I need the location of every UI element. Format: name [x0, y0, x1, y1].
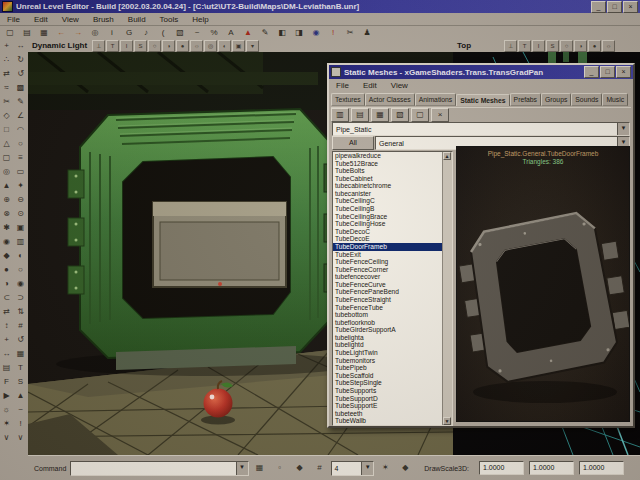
list-item[interactable]: TubeCeilingC	[333, 197, 443, 205]
add-movable-brush-icon[interactable]: ▣	[14, 221, 27, 235]
list-item[interactable]: TubeDecoC	[333, 228, 443, 236]
list-item[interactable]: TubeScaffold	[333, 372, 443, 380]
show-all-icon[interactable]: ◉	[14, 277, 27, 291]
scroll-down-icon[interactable]: ▼	[443, 417, 451, 425]
add-special-brush-icon[interactable]: ✱	[0, 221, 13, 235]
minimize-button[interactable]: _	[591, 1, 606, 13]
list-item[interactable]: TubeDecoE	[333, 235, 443, 243]
list-item[interactable]: tubebottom	[333, 311, 443, 319]
scroll-up-icon[interactable]: ▲	[443, 152, 451, 160]
add-brush-icon[interactable]: ⊕	[0, 193, 13, 207]
list-item[interactable]: tubelightd	[333, 341, 443, 349]
tab-animations[interactable]: Animations	[415, 93, 457, 106]
list-item[interactable]: tubeteeth	[333, 410, 443, 418]
tab-music[interactable]: Music	[602, 93, 628, 106]
list-item[interactable]: TubeFenceCeiling	[333, 258, 443, 266]
scale-brush-icon[interactable]: ↔	[14, 39, 27, 53]
maximize-viewport-icon[interactable]: ▣	[232, 40, 245, 52]
vertex-editing-icon[interactable]: ∴	[0, 53, 13, 67]
dock-browser-icon[interactable]: ▥	[331, 108, 349, 122]
menu-build[interactable]: Build	[121, 15, 153, 24]
menu-file[interactable]: File	[329, 81, 356, 90]
player-start-icon[interactable]: ♟	[359, 27, 375, 39]
list-item[interactable]: TubeCeilingHose	[333, 220, 443, 228]
build-lighting-icon[interactable]: ☼	[0, 403, 13, 417]
list-item[interactable]: tubefencecover	[333, 273, 443, 281]
show-fog-icon[interactable]: ◑	[162, 40, 175, 52]
minimize-button[interactable]: _	[584, 66, 599, 78]
vertex-pencil-icon[interactable]: ✎	[257, 27, 273, 39]
all-groups-button[interactable]: All	[332, 136, 374, 150]
new-item-icon[interactable]: ▢	[411, 108, 429, 122]
mirror-x-icon[interactable]: ⇄	[0, 305, 13, 319]
restore-button[interactable]: □	[600, 66, 615, 78]
reset-scale-icon[interactable]: ↔	[0, 347, 13, 361]
redo-icon[interactable]: →	[70, 27, 86, 39]
mesh-preview[interactable]: Pipe_Static.General.TubeDoorFrameb Trian…	[456, 146, 630, 422]
drawscale-field[interactable]: 1.0000	[529, 461, 574, 475]
render-zones-icon[interactable]: S	[546, 40, 559, 52]
add-antiportal-icon[interactable]: ◆	[0, 249, 13, 263]
list-scrollbar[interactable]: ▲ ▼	[442, 152, 452, 425]
sound-browser-icon[interactable]: (	[155, 27, 171, 39]
intersect-brush-icon[interactable]: ⊗	[0, 207, 13, 221]
tab-actor-classes[interactable]: Actor Classes	[365, 93, 415, 106]
vertex-snap-icon[interactable]: ▫	[273, 462, 287, 474]
list-item[interactable]: Tube512Brace	[333, 160, 443, 168]
render-textured-icon[interactable]: T	[518, 40, 531, 52]
viewport-joystick-icon[interactable]: ⊥	[92, 40, 105, 52]
mirror-z-icon[interactable]: ↕	[0, 319, 13, 333]
hide-selected-icon[interactable]: ○	[14, 263, 27, 277]
add-static-mesh-icon[interactable]: ◉	[0, 235, 13, 249]
show-sun-icon[interactable]: ☼	[190, 40, 203, 52]
list-item[interactable]: TubeFenceStraight	[333, 296, 443, 304]
subtract-brush-icon[interactable]: ⊖	[14, 193, 27, 207]
drawscale-field[interactable]: 1.0000	[579, 461, 624, 475]
music-browser-icon[interactable]: ♪	[138, 27, 154, 39]
play-map-icon[interactable]: ◉	[308, 27, 324, 39]
show-paths-icon[interactable]: ◎	[204, 40, 217, 52]
texture-rotate-icon[interactable]: ↺	[14, 67, 27, 81]
list-item[interactable]: TubeCabinet	[333, 175, 443, 183]
volumetric-builder-icon[interactable]: ✦	[14, 179, 27, 193]
build-all-icon[interactable]: ◨	[291, 27, 307, 39]
sheet-builder-icon[interactable]: ▭	[14, 165, 27, 179]
camera-front-icon[interactable]: F	[0, 375, 13, 389]
list-item[interactable]: TubeCeilingBrace	[333, 213, 443, 221]
chevron-down-icon[interactable]: ▼	[617, 123, 629, 135]
measure-tool-icon[interactable]: ∠	[14, 109, 27, 123]
terrain-editing-icon[interactable]: ≈	[0, 81, 13, 95]
menu-tools[interactable]: Tools	[153, 15, 186, 24]
drawscale-field[interactable]: 1.0000	[479, 461, 524, 475]
actor-browser-icon[interactable]: A	[223, 27, 239, 39]
deintersect-brush-icon[interactable]: ⊙	[14, 207, 27, 221]
show-coords-icon[interactable]: ◐	[218, 40, 231, 52]
add-volume-icon[interactable]: ▥	[14, 235, 27, 249]
freehand-polygon-icon[interactable]: ✎	[14, 95, 27, 109]
list-item[interactable]: tubecanister	[333, 190, 443, 198]
cube-builder-icon[interactable]: □	[0, 123, 13, 137]
build-geometry-icon[interactable]: ▲	[14, 389, 27, 403]
show-lights-icon[interactable]: ○	[560, 40, 573, 52]
menu-edit[interactable]: Edit	[356, 81, 384, 90]
actor-properties-icon[interactable]: i	[104, 27, 120, 39]
cylinder-builder-icon[interactable]: ▢	[0, 151, 13, 165]
curved-stair-builder-icon[interactable]: ◠	[14, 123, 27, 137]
spiral-stair-builder-icon[interactable]: ◎	[0, 165, 13, 179]
list-item[interactable]: TubeSupportD	[333, 395, 443, 403]
show-brushes-icon[interactable]: ●	[588, 40, 601, 52]
transform-permanently-icon[interactable]: ▦	[14, 347, 27, 361]
mouse-camera-icon[interactable]: ◆	[398, 462, 412, 474]
tab-textures[interactable]: Textures	[331, 93, 365, 106]
face-drag-icon[interactable]: ◇	[0, 109, 13, 123]
open-package-icon[interactable]: ▤	[351, 108, 369, 122]
surface-properties-icon[interactable]: G	[121, 27, 137, 39]
show-sun-icon[interactable]: ☼	[602, 40, 615, 52]
menu-help[interactable]: Help	[185, 15, 215, 24]
build-geometry-icon[interactable]: ▲	[240, 27, 256, 39]
list-item[interactable]: TubeSupports	[333, 387, 443, 395]
brush-clipping-icon[interactable]: ✂	[0, 95, 13, 109]
linear-stair-builder-icon[interactable]: ≡	[14, 151, 27, 165]
matinee-icon[interactable]: ▩	[14, 81, 27, 95]
show-fog-icon[interactable]: ◑	[574, 40, 587, 52]
